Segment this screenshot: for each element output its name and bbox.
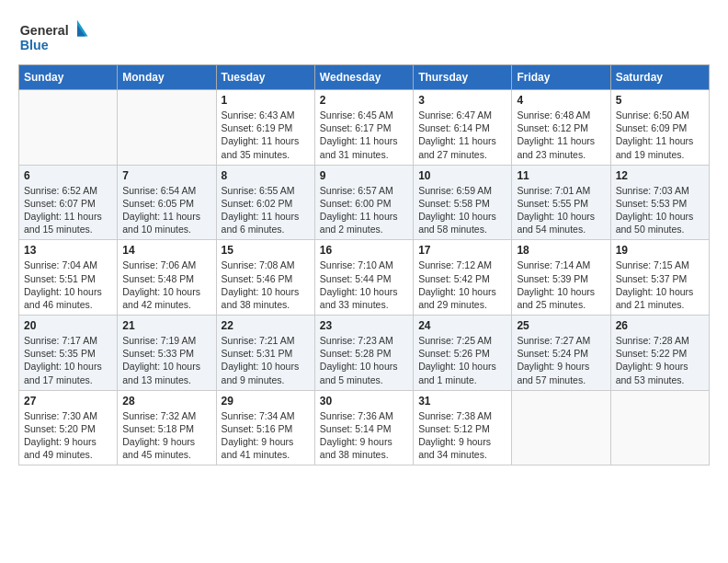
- calendar-week-5: 27Sunrise: 7:30 AM Sunset: 5:20 PM Dayli…: [19, 390, 710, 465]
- calendar-table: SundayMondayTuesdayWednesdayThursdayFrid…: [18, 64, 710, 465]
- day-info: Sunrise: 7:14 AM Sunset: 5:39 PM Dayligh…: [517, 259, 605, 311]
- calendar-cell: 14Sunrise: 7:06 AM Sunset: 5:48 PM Dayli…: [118, 240, 216, 316]
- calendar-cell: 27Sunrise: 7:30 AM Sunset: 5:20 PM Dayli…: [19, 390, 118, 465]
- calendar-cell: 31Sunrise: 7:38 AM Sunset: 5:12 PM Dayli…: [414, 390, 512, 465]
- calendar-cell: 11Sunrise: 7:01 AM Sunset: 5:55 PM Dayli…: [512, 165, 610, 240]
- day-info: Sunrise: 6:45 AM Sunset: 6:17 PM Dayligh…: [320, 109, 408, 161]
- day-number: 28: [122, 395, 210, 408]
- day-info: Sunrise: 6:48 AM Sunset: 6:12 PM Dayligh…: [517, 109, 605, 161]
- day-info: Sunrise: 6:55 AM Sunset: 6:02 PM Dayligh…: [222, 184, 310, 236]
- svg-text:Blue: Blue: [20, 38, 49, 52]
- calendar-cell: 21Sunrise: 7:19 AM Sunset: 5:33 PM Dayli…: [118, 316, 216, 391]
- calendar-cell: 6Sunrise: 6:52 AM Sunset: 6:07 PM Daylig…: [19, 165, 118, 240]
- day-number: 22: [222, 319, 310, 332]
- day-info: Sunrise: 7:30 AM Sunset: 5:20 PM Dayligh…: [24, 409, 112, 462]
- day-number: 1: [222, 94, 310, 107]
- weekday-header-monday: Monday: [118, 65, 216, 90]
- day-info: Sunrise: 7:27 AM Sunset: 5:24 PM Dayligh…: [517, 334, 605, 386]
- day-number: 10: [418, 169, 506, 182]
- day-number: 6: [24, 169, 112, 182]
- day-info: Sunrise: 6:54 AM Sunset: 6:05 PM Dayligh…: [122, 184, 210, 236]
- day-number: 7: [122, 169, 210, 182]
- day-number: 14: [122, 244, 210, 257]
- calendar-cell: 30Sunrise: 7:36 AM Sunset: 5:14 PM Dayli…: [314, 390, 413, 465]
- calendar-cell: [610, 390, 709, 465]
- day-info: Sunrise: 7:17 AM Sunset: 5:35 PM Dayligh…: [24, 334, 112, 386]
- calendar-cell: 1Sunrise: 6:43 AM Sunset: 6:19 PM Daylig…: [216, 90, 314, 166]
- day-info: Sunrise: 7:15 AM Sunset: 5:37 PM Dayligh…: [616, 259, 704, 311]
- calendar-cell: 25Sunrise: 7:27 AM Sunset: 5:24 PM Dayli…: [512, 316, 610, 391]
- weekday-header-friday: Friday: [512, 65, 610, 90]
- day-info: Sunrise: 7:34 AM Sunset: 5:16 PM Dayligh…: [222, 409, 310, 462]
- day-info: Sunrise: 7:12 AM Sunset: 5:42 PM Dayligh…: [418, 259, 506, 311]
- day-number: 3: [418, 94, 506, 107]
- day-number: 27: [24, 395, 112, 408]
- calendar-week-1: 1Sunrise: 6:43 AM Sunset: 6:19 PM Daylig…: [19, 90, 710, 166]
- day-info: Sunrise: 7:28 AM Sunset: 5:22 PM Dayligh…: [616, 334, 704, 386]
- day-info: Sunrise: 7:21 AM Sunset: 5:31 PM Dayligh…: [222, 334, 310, 386]
- calendar-cell: 7Sunrise: 6:54 AM Sunset: 6:05 PM Daylig…: [118, 165, 216, 240]
- calendar-cell: 18Sunrise: 7:14 AM Sunset: 5:39 PM Dayli…: [512, 240, 610, 316]
- day-number: 29: [222, 395, 310, 408]
- logo: General Blue: [18, 18, 92, 55]
- calendar-cell: 24Sunrise: 7:25 AM Sunset: 5:26 PM Dayli…: [414, 316, 512, 391]
- logo-svg: General Blue: [18, 18, 92, 55]
- day-info: Sunrise: 7:19 AM Sunset: 5:33 PM Dayligh…: [122, 334, 210, 386]
- calendar-cell: 5Sunrise: 6:50 AM Sunset: 6:09 PM Daylig…: [610, 90, 709, 166]
- weekday-header-sunday: Sunday: [19, 65, 118, 90]
- day-info: Sunrise: 6:43 AM Sunset: 6:19 PM Dayligh…: [222, 109, 310, 161]
- calendar-cell: 19Sunrise: 7:15 AM Sunset: 5:37 PM Dayli…: [610, 240, 709, 316]
- day-number: 26: [616, 319, 704, 332]
- weekday-header-saturday: Saturday: [610, 65, 709, 90]
- day-number: 2: [320, 94, 408, 107]
- day-info: Sunrise: 7:32 AM Sunset: 5:18 PM Dayligh…: [122, 409, 210, 462]
- day-number: 25: [517, 319, 605, 332]
- svg-text:General: General: [20, 23, 69, 38]
- calendar-cell: 12Sunrise: 7:03 AM Sunset: 5:53 PM Dayli…: [610, 165, 709, 240]
- day-info: Sunrise: 7:04 AM Sunset: 5:51 PM Dayligh…: [24, 259, 112, 311]
- calendar-cell: 9Sunrise: 6:57 AM Sunset: 6:00 PM Daylig…: [314, 165, 413, 240]
- calendar-cell: 4Sunrise: 6:48 AM Sunset: 6:12 PM Daylig…: [512, 90, 610, 166]
- calendar-week-3: 13Sunrise: 7:04 AM Sunset: 5:51 PM Dayli…: [19, 240, 710, 316]
- calendar-cell: 28Sunrise: 7:32 AM Sunset: 5:18 PM Dayli…: [118, 390, 216, 465]
- page-header: General Blue: [18, 18, 710, 55]
- day-number: 16: [320, 244, 408, 257]
- weekday-header-thursday: Thursday: [414, 65, 512, 90]
- day-number: 24: [418, 319, 506, 332]
- day-number: 21: [122, 319, 210, 332]
- calendar-cell: 20Sunrise: 7:17 AM Sunset: 5:35 PM Dayli…: [19, 316, 118, 391]
- day-number: 4: [517, 94, 605, 107]
- calendar-week-4: 20Sunrise: 7:17 AM Sunset: 5:35 PM Dayli…: [19, 316, 710, 391]
- day-number: 23: [320, 319, 408, 332]
- day-info: Sunrise: 7:06 AM Sunset: 5:48 PM Dayligh…: [122, 259, 210, 311]
- day-number: 12: [616, 169, 704, 182]
- day-info: Sunrise: 7:36 AM Sunset: 5:14 PM Dayligh…: [320, 409, 408, 462]
- calendar-cell: 2Sunrise: 6:45 AM Sunset: 6:17 PM Daylig…: [314, 90, 413, 166]
- calendar-cell: 8Sunrise: 6:55 AM Sunset: 6:02 PM Daylig…: [216, 165, 314, 240]
- calendar-cell: [512, 390, 610, 465]
- weekday-header-tuesday: Tuesday: [216, 65, 314, 90]
- day-number: 31: [418, 395, 506, 408]
- day-number: 30: [320, 395, 408, 408]
- weekday-header-wednesday: Wednesday: [314, 65, 413, 90]
- calendar-cell: 22Sunrise: 7:21 AM Sunset: 5:31 PM Dayli…: [216, 316, 314, 391]
- day-number: 18: [517, 244, 605, 257]
- calendar-cell: 29Sunrise: 7:34 AM Sunset: 5:16 PM Dayli…: [216, 390, 314, 465]
- day-number: 5: [616, 94, 704, 107]
- day-number: 17: [418, 244, 506, 257]
- calendar-cell: 13Sunrise: 7:04 AM Sunset: 5:51 PM Dayli…: [19, 240, 118, 316]
- day-number: 9: [320, 169, 408, 182]
- day-info: Sunrise: 7:03 AM Sunset: 5:53 PM Dayligh…: [616, 184, 704, 236]
- calendar-cell: [19, 90, 118, 166]
- weekday-header-row: SundayMondayTuesdayWednesdayThursdayFrid…: [19, 65, 710, 90]
- day-number: 20: [24, 319, 112, 332]
- day-number: 13: [24, 244, 112, 257]
- day-info: Sunrise: 7:10 AM Sunset: 5:44 PM Dayligh…: [320, 259, 408, 311]
- day-info: Sunrise: 6:50 AM Sunset: 6:09 PM Dayligh…: [616, 109, 704, 161]
- day-info: Sunrise: 7:38 AM Sunset: 5:12 PM Dayligh…: [418, 409, 506, 462]
- day-info: Sunrise: 6:47 AM Sunset: 6:14 PM Dayligh…: [418, 109, 506, 161]
- calendar-cell: 26Sunrise: 7:28 AM Sunset: 5:22 PM Dayli…: [610, 316, 709, 391]
- day-info: Sunrise: 6:59 AM Sunset: 5:58 PM Dayligh…: [418, 184, 506, 236]
- calendar-cell: 17Sunrise: 7:12 AM Sunset: 5:42 PM Dayli…: [414, 240, 512, 316]
- day-number: 8: [222, 169, 310, 182]
